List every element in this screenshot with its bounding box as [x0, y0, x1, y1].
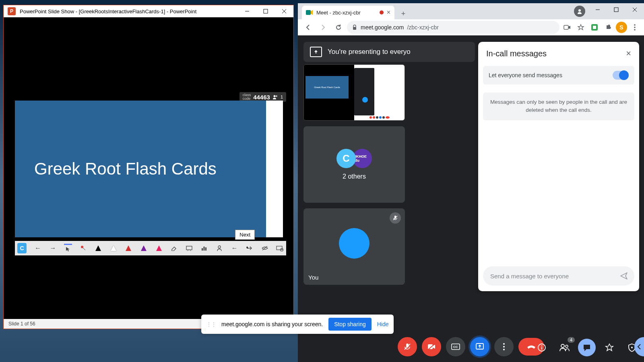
- self-tile[interactable]: You: [303, 208, 405, 285]
- profile-switcher[interactable]: [574, 6, 585, 17]
- pen-black[interactable]: [94, 244, 102, 253]
- attendee-count: 1: [281, 95, 283, 99]
- chat-input[interactable]: [490, 273, 617, 280]
- chrome-profile-avatar[interactable]: S: [616, 22, 627, 33]
- poll-tool[interactable]: [200, 244, 208, 253]
- svg-rect-18: [306, 10, 311, 15]
- chat-button[interactable]: [578, 339, 596, 356]
- camera-permission-icon[interactable]: [561, 21, 573, 33]
- powerpoint-window-title: PowerPoint Slide Show - [GreekRootsInter…: [20, 8, 238, 14]
- present-button[interactable]: [470, 337, 489, 356]
- back-button[interactable]: [301, 21, 315, 34]
- svg-rect-13: [205, 247, 206, 251]
- browser-tab-meet[interactable]: Meet - zbc-xzxj-cbr ×: [302, 6, 394, 19]
- extension-green-icon[interactable]: [588, 21, 601, 33]
- next-slide-button[interactable]: →: [49, 244, 57, 253]
- class-code-value: 44463: [253, 94, 270, 101]
- self-mic-muted-icon: [390, 212, 401, 224]
- meeting-info-button[interactable]: [533, 339, 551, 356]
- chrome-toolbar: meet.google.com/zbc-xzxj-cbr S: [298, 19, 644, 35]
- url-path: /zbc-xzxj-cbr: [407, 24, 439, 31]
- url-host: meet.google.com: [361, 24, 404, 31]
- activities-button[interactable]: [601, 339, 618, 356]
- svg-rect-27: [593, 26, 596, 29]
- close-button[interactable]: [275, 5, 293, 17]
- present-screen-icon: [310, 47, 322, 57]
- svg-point-30: [634, 29, 636, 31]
- pen-white[interactable]: [109, 244, 118, 253]
- chat-panel: In-call messages × Let everyone send mes…: [478, 42, 639, 291]
- powerpoint-app-icon: P: [8, 7, 16, 15]
- stop-sharing-button[interactable]: Stop sharing: [328, 318, 372, 331]
- slideshow-stage[interactable]: classcode 44463 1 Greek Root Flash Cards…: [4, 17, 293, 317]
- svg-rect-1: [264, 9, 268, 13]
- svg-point-28: [634, 24, 636, 26]
- new-tab-button[interactable]: +: [398, 8, 409, 19]
- chat-close-button[interactable]: ×: [626, 48, 631, 59]
- chrome-minimize-button[interactable]: [588, 3, 607, 16]
- slide-counter: Slide 1 of 56: [8, 321, 35, 327]
- send-button[interactable]: [617, 269, 631, 283]
- forward-button[interactable]: [316, 21, 330, 34]
- prev-slide-button[interactable]: ←: [34, 244, 42, 253]
- others-count-label: 2 others: [343, 173, 366, 180]
- address-bar[interactable]: meet.google.com/zbc-xzxj-cbr: [347, 21, 559, 34]
- laser-tool[interactable]: [79, 244, 87, 253]
- restart-tool[interactable]: [276, 244, 284, 253]
- maximize-button[interactable]: [256, 5, 275, 17]
- meet-stage: You're presenting to everyo Greek Root F…: [298, 35, 644, 362]
- self-label: You: [308, 274, 318, 281]
- arrow-left-tool[interactable]: ←: [231, 244, 239, 253]
- arrow-right-tool[interactable]: [246, 244, 254, 253]
- meet-controls-right: 4: [533, 339, 641, 356]
- people-button[interactable]: 4: [555, 339, 573, 356]
- presenting-banner: You're presenting to everyo: [303, 42, 475, 62]
- slide-content: Greek Root Flash Cards: [15, 101, 266, 237]
- pick-name-tool[interactable]: [215, 244, 223, 253]
- minimize-button[interactable]: [238, 5, 256, 17]
- chat-toggle-label: Let everyone send messages: [489, 72, 562, 78]
- class-code-label: classcode: [243, 93, 251, 101]
- svg-point-46: [561, 344, 564, 348]
- drag-handle-icon[interactable]: ⋮⋮: [206, 321, 216, 327]
- chat-permission-toggle[interactable]: [613, 71, 629, 80]
- svg-rect-24: [353, 27, 356, 30]
- presentation-toolbar: C ← → ←: [15, 241, 286, 255]
- whiteboard-tool[interactable]: [185, 244, 193, 253]
- participants-tile[interactable]: C INKHOE Edu 2 others: [303, 126, 405, 203]
- chrome-maximize-button[interactable]: [607, 3, 625, 16]
- chrome-menu-button[interactable]: [629, 21, 641, 33]
- chat-title: In-call messages: [486, 49, 547, 58]
- chat-messages-area: [478, 125, 639, 263]
- reload-button[interactable]: [332, 21, 345, 34]
- next-tooltip: Next: [235, 230, 255, 240]
- chat-header: In-call messages ×: [478, 42, 639, 63]
- slide-canvas: Greek Root Flash Cards: [15, 101, 283, 237]
- people-count-badge: 4: [568, 337, 575, 343]
- chrome-window-controls: [588, 3, 644, 16]
- presentation-thumbnail[interactable]: Greek Root Flash Cards: [303, 64, 405, 121]
- captions-button[interactable]: CC: [446, 337, 465, 356]
- hide-tool[interactable]: [261, 244, 269, 253]
- tab-close-button[interactable]: ×: [387, 9, 390, 16]
- svg-rect-12: [204, 247, 205, 251]
- pen-red[interactable]: [125, 244, 133, 253]
- more-options-button[interactable]: [494, 337, 514, 356]
- eraser-tool[interactable]: [170, 244, 178, 253]
- hide-share-bar-button[interactable]: Hide: [377, 321, 389, 327]
- powerpoint-window: P PowerPoint Slide Show - [GreekRootsInt…: [3, 5, 294, 329]
- classpoint-app-icon[interactable]: C: [17, 243, 27, 253]
- svg-point-48: [631, 347, 633, 348]
- pointer-tool[interactable]: [64, 244, 72, 253]
- camera-toggle-button[interactable]: [422, 337, 441, 356]
- pen-pink[interactable]: [155, 244, 163, 253]
- chrome-close-button[interactable]: [625, 3, 644, 16]
- pen-purple[interactable]: [140, 244, 148, 253]
- powerpoint-titlebar: P PowerPoint Slide Show - [GreekRootsInt…: [4, 5, 293, 17]
- recording-indicator-icon: [380, 10, 384, 14]
- bookmark-star-icon[interactable]: [575, 21, 587, 33]
- extensions-puzzle-icon[interactable]: [602, 21, 614, 33]
- svg-point-42: [503, 349, 505, 350]
- svg-point-44: [541, 346, 543, 347]
- mic-toggle-button[interactable]: [398, 337, 417, 356]
